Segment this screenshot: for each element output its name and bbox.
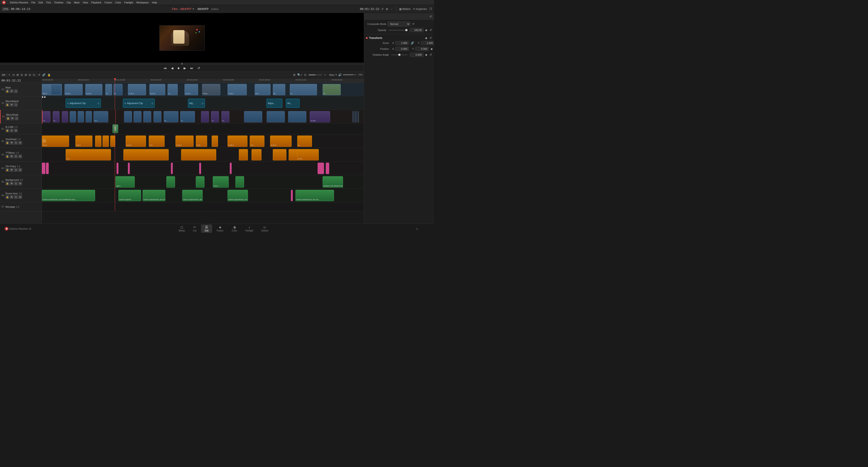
clip-a6-3[interactable]: indoor-experiences--air-con... xyxy=(143,190,165,201)
refresh-button[interactable]: ↺ xyxy=(381,7,384,11)
clip-a5-5[interactable] xyxy=(236,176,244,188)
dropdown-arrow-icon[interactable]: ▾ xyxy=(193,7,194,10)
clip-a2-6[interactable]: A.18.1 xyxy=(126,136,146,147)
view-options-button[interactable]: ⊞▾ xyxy=(1,73,6,77)
tab-deliver[interactable]: ▷ Deliver xyxy=(258,225,272,233)
menu-file[interactable]: File xyxy=(31,1,35,4)
snapping-button[interactable]: ⊞ xyxy=(293,73,296,77)
clip-v1-4[interactable] xyxy=(70,111,76,123)
clip-a2-4[interactable] xyxy=(102,136,109,147)
v3-audio-btn[interactable]: ◻ xyxy=(14,89,18,93)
a5-lock-btn[interactable]: 🔒 xyxy=(5,182,9,185)
clip-a5-2[interactable] xyxy=(166,176,175,188)
menu-fairlight[interactable]: Fairlight xyxy=(124,1,133,4)
clip-v1-10[interactable] xyxy=(143,111,151,123)
track-row-a5[interactable]: ight-r... wind... ambient-rain-distant-b… xyxy=(42,175,364,189)
clip-v3-3[interactable]: B.10.3 xyxy=(85,84,102,95)
v2-lock-btn[interactable]: 🔒 xyxy=(5,103,9,107)
menu-playback[interactable]: Playback xyxy=(91,1,101,4)
a2-lock-btn[interactable]: 🔒 xyxy=(5,141,9,144)
clip-v3-12[interactable]: B.4... xyxy=(255,84,271,95)
tab-fusion[interactable]: ◈ Fusion xyxy=(213,225,227,233)
menu-color[interactable]: Color xyxy=(115,1,121,4)
tab-media[interactable]: ◻ Media xyxy=(175,225,188,233)
menu-timeline[interactable]: Timeline xyxy=(54,1,63,4)
clip-a3-4[interactable] xyxy=(239,149,248,160)
clip-v1-7[interactable]: A.1... xyxy=(93,111,108,123)
menu-workspace[interactable]: Workspace xyxy=(136,1,149,4)
clip-v3-14[interactable]: A... xyxy=(290,84,317,95)
go-to-end-button[interactable]: ⏭ xyxy=(189,66,194,70)
clip-a2-3[interactable] xyxy=(95,136,101,147)
clip-v2-adj3[interactable]: Adj... ◇ xyxy=(188,99,205,108)
zoom-x-value[interactable]: 1.000 xyxy=(395,41,409,45)
timecode-display[interactable]: 00:06:14:13 xyxy=(11,7,30,11)
v1-lock-btn[interactable]: 🔒 xyxy=(6,116,10,120)
clip-v3-7[interactable]: B.19.1 xyxy=(149,84,165,95)
track-row-v2[interactable]: ∿ Adjustment Clip ◇ ∿ Adjustment Clip ◇ … xyxy=(42,96,364,110)
blade-tool[interactable]: ⊟ xyxy=(20,73,23,77)
clip-v3-2[interactable]: B.10.1 xyxy=(64,84,83,95)
position-y-value[interactable]: 0.000 xyxy=(415,47,429,51)
zoom-in-button[interactable]: 🔍+ xyxy=(297,73,303,77)
clip-v1-2[interactable]: A... xyxy=(53,111,60,123)
clip-a6-2[interactable]: indoor-experie... xyxy=(118,190,141,201)
menu-help[interactable]: Help xyxy=(152,1,157,4)
a3-lock-btn[interactable]: 🔒 xyxy=(5,155,9,158)
clip-a3-2[interactable] xyxy=(123,149,169,160)
a5-m-btn[interactable]: M xyxy=(18,182,22,185)
position-x-value[interactable]: 0.000 xyxy=(395,47,409,51)
transform-keyframe-btn[interactable]: ◆ xyxy=(425,36,428,40)
menu-davinci[interactable]: DaVinci Resolve xyxy=(10,1,28,4)
clip-v3-15[interactable]: A... xyxy=(322,84,341,95)
clip-a3-8[interactable]: A.10... xyxy=(297,149,319,160)
clip-a6-5[interactable]: indoor-experiences--air-... xyxy=(227,190,248,201)
a6-m-btn[interactable]: M xyxy=(18,195,22,199)
clip-v1-16[interactable]: A... xyxy=(221,111,229,123)
clip-a2-13[interactable]: A.42.2 xyxy=(270,136,291,147)
clip-v1-5[interactable] xyxy=(78,111,84,123)
zoom-fit-button[interactable]: ⊡ xyxy=(304,73,307,77)
clip-a2-11[interactable]: A.39.2 xyxy=(227,136,247,147)
clip-v1-1[interactable]: A... xyxy=(42,111,51,123)
clip-v1-20[interactable]: A.104... xyxy=(310,111,330,123)
clip-v3-4[interactable]: A... xyxy=(105,84,112,95)
track-row-a6[interactable]: indoor-experiences--air-conditioner-hum-… xyxy=(42,189,364,202)
a2-s-btn[interactable]: S xyxy=(14,141,18,144)
clip-v1-3[interactable] xyxy=(62,111,68,123)
zoom-slider[interactable] xyxy=(309,74,322,75)
home-button[interactable]: ⌂ xyxy=(416,227,418,231)
clip-a6-6[interactable] xyxy=(291,190,293,201)
filmstrip-scrubber[interactable] xyxy=(0,63,364,65)
clip-a4-5[interactable] xyxy=(171,163,173,174)
clip-v1-13[interactable]: A... xyxy=(180,111,195,123)
rotation-slider[interactable] xyxy=(391,55,407,55)
clip-a4-3[interactable] xyxy=(117,163,118,174)
audio-dropdown-icon[interactable]: ▾ xyxy=(336,73,337,76)
v2-audio-btn[interactable]: ◻ xyxy=(14,103,18,107)
a6-s-btn[interactable]: S xyxy=(14,195,18,199)
project-name[interactable]: Film - 48HHFP xyxy=(172,7,191,11)
track-row-a3[interactable]: A.1... A.10... xyxy=(42,148,364,162)
clip-a5-1[interactable]: ight-r... xyxy=(116,176,135,188)
clip-a2-8[interactable]: A.29.3 xyxy=(176,136,193,147)
clip-a4-7[interactable] xyxy=(230,163,231,174)
clip-a4-1[interactable] xyxy=(42,163,45,174)
v2-eye-btn[interactable]: 👁 xyxy=(10,103,13,107)
rotation-slider-handle[interactable] xyxy=(398,54,401,56)
step-back-button[interactable]: ◀ xyxy=(170,66,174,70)
clip-v3-1[interactable]: B.5.4 xyxy=(42,84,62,95)
audio-slider[interactable] xyxy=(343,74,356,75)
clip-v1-19[interactable] xyxy=(288,111,306,123)
clip-a4-4[interactable] xyxy=(128,163,130,174)
clip-a4-2[interactable] xyxy=(46,163,49,174)
track-row-a2[interactable]: A.5.4 A.9.3 A.18.1 A.2... A.29. xyxy=(42,134,364,148)
warp-tool[interactable]: ⊡ xyxy=(32,73,35,77)
clip-v1-18[interactable] xyxy=(267,111,285,123)
tab-edit[interactable]: ☰ Edit xyxy=(201,225,212,233)
a1-lock-btn[interactable]: 🔒 xyxy=(5,129,9,132)
inspector-reset-button[interactable]: ↺ xyxy=(429,14,432,19)
clip-a3-6[interactable] xyxy=(273,149,286,160)
menu-mark[interactable]: Mark xyxy=(74,1,80,4)
clip-v2-adj4[interactable]: Adjus... xyxy=(267,99,282,108)
